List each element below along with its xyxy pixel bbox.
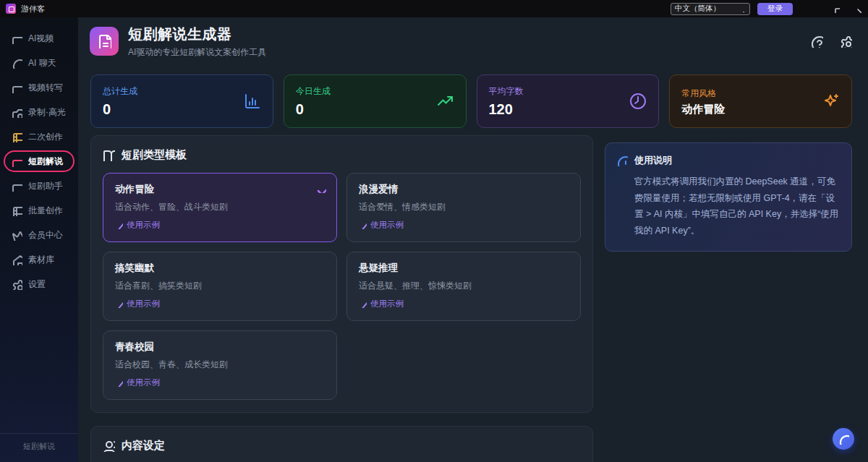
stat-label: 今日生成 (296, 85, 331, 98)
use-example-label: 使用示例 (370, 220, 404, 231)
sidebar-item-ai-video[interactable]: AI视频 (4, 27, 75, 49)
chevron-down-icon (739, 6, 746, 12)
zap-icon (115, 300, 123, 308)
sidebar-item-label: 会员中心 (28, 229, 63, 241)
use-example-link[interactable]: 使用示例 (115, 299, 160, 309)
bar-chart-icon (244, 93, 261, 110)
stat-label: 常用风格 (681, 87, 725, 100)
usage-note-body: 官方模式将调用我们内置的 DeepSeek 通道，可免费限量使用；若想无限制或使… (617, 174, 840, 239)
sparkles-icon (822, 93, 840, 110)
sidebar-item-settings[interactable]: 设置 (4, 273, 75, 295)
stat-value: 动作冒险 (681, 103, 725, 116)
template-card-mystery[interactable]: 悬疑推理 适合悬疑、推理、惊悚类短剧 使用示例 (346, 252, 581, 321)
content-settings-title: 内容设定 (122, 439, 165, 453)
book-open-icon (103, 149, 115, 161)
sidebar-item-material-library[interactable]: 素材库 (4, 249, 75, 270)
sidebar-item-video-transcribe[interactable]: 视频转写 (4, 77, 75, 98)
sidebar-item-record-highlight[interactable]: 录制·高光 (4, 101, 75, 123)
stat-card-today-generated: 今日生成 0 (284, 74, 467, 128)
template-card-action-adventure[interactable]: 动作冒险 适合动作、冒险、战斗类短剧 使用示例 (103, 173, 337, 242)
camera-icon (12, 107, 22, 118)
film-icon (12, 205, 22, 216)
use-example-link[interactable]: 使用示例 (115, 377, 160, 388)
crown-icon (12, 230, 22, 241)
maximize-icon (832, 5, 840, 13)
sidebar-item-label: 录制·高光 (28, 106, 66, 119)
template-card-youth-campus[interactable]: 青春校园 适合校园、青春、成长类短剧 使用示例 (103, 330, 337, 400)
sidebar-item-label: 二次创作 (28, 131, 63, 143)
use-example-link[interactable]: 使用示例 (359, 220, 404, 231)
trending-up-icon (437, 93, 454, 110)
chat-bubble-icon (838, 434, 849, 445)
zap-icon (359, 300, 367, 308)
stat-label: 平均字数 (489, 85, 524, 98)
app-logo-icon (6, 4, 16, 14)
sidebar-item-membership[interactable]: 会员中心 (4, 224, 75, 246)
chat-fab-button[interactable] (833, 428, 854, 450)
template-desc: 适合喜剧、搞笑类短剧 (115, 280, 325, 292)
template-desc: 适合校园、青春、成长类短剧 (115, 359, 325, 371)
use-example-link[interactable]: 使用示例 (115, 220, 160, 231)
zap-icon (359, 221, 367, 229)
zap-icon (115, 221, 123, 229)
stat-label: 总计生成 (103, 85, 137, 98)
main-area: 短剧解说生成器 AI驱动的专业短剧解说文案创作工具 总计生成 0 (78, 17, 868, 462)
help-icon[interactable] (811, 35, 823, 48)
sidebar-item-label: 短剧助手 (28, 180, 63, 192)
language-select-value: 中文（简体） (675, 4, 720, 14)
template-desc: 适合爱情、情感类短剧 (359, 201, 569, 213)
use-example-label: 使用示例 (370, 299, 404, 309)
stat-value: 120 (489, 101, 524, 117)
close-button[interactable] (846, 0, 868, 17)
use-example-label: 使用示例 (127, 299, 160, 309)
users-icon (103, 440, 115, 452)
sidebar-item-label: 视频转写 (28, 82, 63, 94)
maximize-button[interactable] (825, 0, 846, 17)
page-subtitle: AI驱动的专业短剧解说文案创作工具 (128, 46, 266, 59)
minimize-button[interactable] (803, 0, 825, 17)
page-header: 短剧解说生成器 AI驱动的专业短剧解说文案创作工具 (78, 17, 868, 65)
usage-note-title: 使用说明 (634, 154, 672, 167)
template-section-title: 短剧类型模板 (122, 148, 187, 162)
template-card-comedy[interactable]: 搞笑幽默 适合喜剧、搞笑类短剧 使用示例 (103, 252, 337, 321)
template-section: 短剧类型模板 动作冒险 适合动作、冒险、战斗类短剧 使用示例 (90, 135, 593, 413)
video-icon (12, 33, 22, 44)
template-card-romance[interactable]: 浪漫爱情 适合爱情、情感类短剧 使用示例 (346, 173, 581, 242)
check-icon (315, 182, 326, 193)
usage-note-panel: 使用说明 官方模式将调用我们内置的 DeepSeek 通道，可免费限量使用；若想… (605, 142, 852, 252)
gear-icon[interactable] (840, 35, 852, 48)
language-select[interactable]: 中文（简体） (671, 3, 750, 15)
page-title: 短剧解说生成器 (128, 25, 266, 44)
sidebar-item-label: 设置 (28, 278, 46, 291)
use-example-label: 使用示例 (127, 220, 160, 231)
sidebar-item-label: 批量创作 (28, 205, 63, 217)
content-settings-section: 内容设定 主题 / 剧情概述 * (90, 426, 593, 462)
template-desc: 适合动作、冒险、战斗类短剧 (115, 201, 325, 213)
stat-card-common-style: 常用风格 动作冒险 (669, 74, 852, 128)
video-icon (12, 82, 22, 93)
gear-icon (12, 279, 22, 290)
template-desc: 适合悬疑、推理、惊悚类短剧 (359, 280, 569, 292)
stat-card-average-words: 平均字数 120 (477, 74, 660, 128)
sidebar-item-label: AI 聊天 (28, 57, 56, 69)
stat-value: 0 (296, 101, 331, 117)
sidebar-item-batch-creation[interactable]: 批量创作 (4, 200, 75, 221)
login-button[interactable]: 登录 (757, 3, 793, 15)
template-title: 搞笑幽默 (115, 262, 325, 275)
sidebar-item-drama-assistant[interactable]: 短剧助手 (4, 175, 75, 197)
info-icon (617, 155, 628, 166)
file-text-icon (97, 34, 111, 48)
use-example-link[interactable]: 使用示例 (359, 299, 404, 309)
sidebar-item-drama-commentary[interactable]: 短剧解说 (4, 150, 75, 172)
sidebar-item-label: 素材库 (28, 254, 54, 266)
sidebar-item-ai-chat[interactable]: AI 聊天 (4, 52, 75, 74)
sidebar-footer-label: 短剧解说 (0, 433, 78, 462)
stat-card-total-generated: 总计生成 0 (90, 74, 273, 128)
film-icon (12, 132, 22, 142)
sidebar-item-secondary-creation[interactable]: 二次创作 (4, 126, 75, 147)
sidebar-item-label: 短剧解说 (28, 155, 63, 168)
clock-icon (629, 93, 647, 110)
template-title: 悬疑推理 (359, 262, 569, 275)
template-title: 动作冒险 (115, 183, 325, 196)
stat-value: 0 (103, 101, 137, 117)
